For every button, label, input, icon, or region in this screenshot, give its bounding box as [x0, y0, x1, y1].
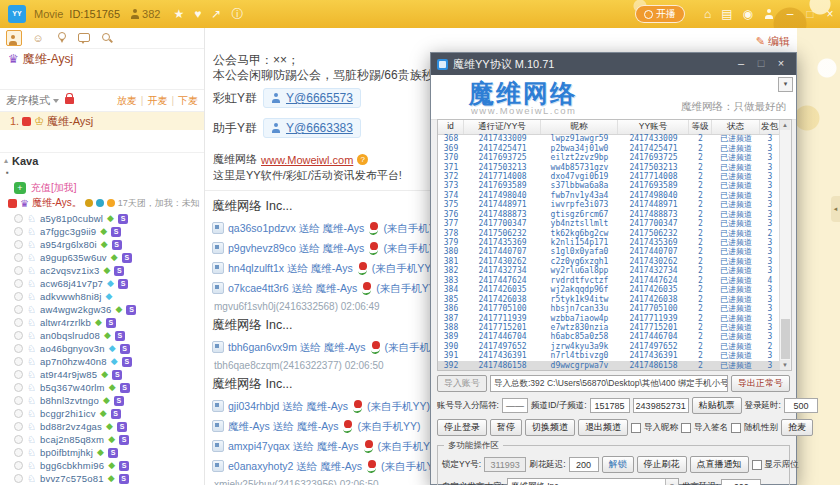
radio-icon[interactable]: [14, 396, 23, 405]
minimize-icon[interactable]: –: [732, 56, 750, 72]
radio-icon[interactable]: [14, 370, 23, 379]
radio-icon[interactable]: [14, 214, 23, 223]
collapse-triangle-icon[interactable]: ▴: [4, 156, 8, 165]
mic-action-2[interactable]: 下麦: [178, 94, 198, 108]
tree-toggle[interactable]: ▪: [0, 168, 204, 180]
list-item[interactable]: ♘at9r44r9jw85◆S: [0, 368, 204, 381]
list-item[interactable]: ♘bvvz7c575o81◆S: [0, 472, 204, 485]
grab-mic-button[interactable]: 抢麦: [781, 419, 813, 436]
stop-login-button[interactable]: 停止登录: [437, 419, 487, 436]
radio-icon[interactable]: [14, 422, 23, 431]
live-notify-button[interactable]: 点直播通知: [690, 456, 749, 473]
tree-header[interactable]: ▴ Kava: [0, 152, 204, 168]
list-item[interactable]: ♘bgg6cbkhmi96◆S: [0, 459, 204, 472]
owner-row[interactable]: ♛ 魔维-Ays。 17天团，加我：未知: [0, 195, 204, 211]
radio-icon[interactable]: [14, 448, 23, 457]
import-signature-checkbox[interactable]: 导入签名: [681, 422, 728, 434]
list-item[interactable]: ♘acw68j41v7p7◆S: [0, 277, 204, 290]
share-icon[interactable]: ↗: [211, 7, 221, 21]
close-icon[interactable]: ×: [772, 56, 790, 72]
radio-icon[interactable]: [14, 292, 23, 301]
list-item[interactable]: ♘bcaj2n85q8xm◆S: [0, 433, 204, 446]
mic-action-0[interactable]: 放麦: [117, 94, 137, 108]
maximize-icon[interactable]: □: [752, 56, 770, 72]
mic-queue-row[interactable]: 1. ♔ 魔维-Aysj: [0, 112, 204, 130]
radio-icon[interactable]: [14, 331, 23, 340]
list-item[interactable]: ♘bd88r2vz4gas◆S: [0, 420, 204, 433]
column-header[interactable]: 状态: [712, 120, 760, 134]
list-item[interactable]: ♘altwr4rzrlkb◆S: [0, 316, 204, 329]
chevron-down-icon[interactable]: [53, 99, 59, 103]
subchannel-input[interactable]: [633, 398, 689, 413]
list-item[interactable]: ♘b8hnl3zvtngo◆S: [0, 394, 204, 407]
scrollbar-thumb[interactable]: [781, 319, 790, 359]
radio-icon[interactable]: [14, 227, 23, 236]
edit-button[interactable]: ✎ 编辑: [756, 34, 790, 49]
list-item[interactable]: ♘b5q367w40rlm◆S: [0, 381, 204, 394]
column-header[interactable]: 发包: [760, 120, 780, 134]
switch-channel-button[interactable]: 切换频道: [525, 419, 575, 436]
scroll-up-icon[interactable]: ▲: [780, 120, 790, 130]
radio-icon[interactable]: [14, 266, 23, 275]
user-icon[interactable]: [764, 9, 774, 19]
game-icon[interactable]: ◉: [743, 7, 753, 21]
column-header[interactable]: 等级: [689, 120, 712, 134]
radio-icon[interactable]: [14, 240, 23, 249]
column-header[interactable]: 昵称: [541, 120, 618, 134]
search-icon[interactable]: [100, 31, 114, 45]
table-scrollbar[interactable]: ▲ ▼: [779, 120, 791, 370]
favorite-star-icon[interactable]: ★: [173, 7, 184, 21]
radio-icon[interactable]: [14, 435, 23, 444]
separator-input[interactable]: [502, 398, 528, 413]
list-item[interactable]: ♘bp0ifbtmjhkj◆S: [0, 446, 204, 459]
home-icon[interactable]: ⌂: [704, 7, 711, 21]
exit-channel-button[interactable]: 退出频道: [578, 419, 628, 436]
app-logo-icon[interactable]: YY: [8, 5, 26, 23]
group-link-box[interactable]: Y@6665573: [263, 88, 361, 108]
list-item[interactable]: ♘ao46bgnyov3n◆S: [0, 342, 204, 355]
list-item[interactable]: ♘aw4wgw2kgw36◆S: [0, 303, 204, 316]
group-link[interactable]: Y@6665573: [286, 91, 353, 105]
live-button[interactable]: 开播: [635, 5, 685, 23]
collapse-handle[interactable]: ◂: [831, 196, 840, 222]
mic-action-1[interactable]: 开麦: [147, 94, 167, 108]
chat-bubble-icon[interactable]: [77, 31, 91, 45]
smiley-icon[interactable]: ☺: [31, 31, 45, 45]
column-header[interactable]: id: [438, 120, 464, 134]
radio-icon[interactable]: [14, 461, 23, 470]
radio-icon[interactable]: [14, 409, 23, 418]
random-gender-checkbox[interactable]: 随机性别: [731, 422, 778, 434]
export-valid-button[interactable]: 导出正常号: [731, 375, 790, 392]
list-item[interactable]: ♘a9gup635w6uv◆S: [0, 251, 204, 264]
list-item[interactable]: ♘a5y81p0cubwl◆S: [0, 212, 204, 225]
radio-icon[interactable]: [14, 253, 23, 262]
group-link[interactable]: Y@6663383: [286, 121, 353, 135]
radio-icon[interactable]: [14, 344, 23, 353]
speech-combo[interactable]: 魔维网络 Inc... ▼: [507, 478, 679, 485]
pause-button[interactable]: 暂停: [490, 419, 522, 436]
main-maximize-button[interactable]: □: [800, 7, 820, 21]
list-item[interactable]: ♘bcggr2hi1icv◆S: [0, 407, 204, 420]
flower-delay-input[interactable]: [569, 457, 599, 472]
radio-icon[interactable]: [14, 318, 23, 327]
like-icon[interactable]: ♥: [194, 7, 201, 21]
members-tab-icon[interactable]: [6, 30, 22, 46]
list-item[interactable]: ♘a7fggc3g9ii9◆S: [0, 225, 204, 238]
list-item[interactable]: ♘ac2vqsvz1ix3◆S: [0, 264, 204, 277]
speech-delay-input[interactable]: [721, 479, 761, 485]
import-nickname-checkbox[interactable]: 导入昵称: [631, 422, 678, 434]
column-header[interactable]: 通行证/YY号: [464, 120, 541, 134]
channel-list-icon[interactable]: ▤: [721, 7, 732, 21]
show-seat-checkbox[interactable]: 显示席位: [752, 459, 799, 471]
radio-icon[interactable]: [14, 474, 23, 483]
location-pin-icon[interactable]: [54, 31, 68, 45]
recharge-row[interactable]: + 充值[加我]: [0, 180, 204, 195]
channel-root-row[interactable]: ♛ 魔维-Aysj: [0, 49, 204, 69]
list-item[interactable]: ♘a954rg6lx80i◆S: [0, 238, 204, 251]
info-icon[interactable]: ⓘ: [231, 6, 243, 23]
tool-window-titlebar[interactable]: 魔维YY协议 M.10.71 – □ ×: [431, 53, 796, 75]
chevron-down-icon[interactable]: ▼: [665, 479, 678, 485]
stop-flower-button[interactable]: 停止刷花: [637, 456, 687, 473]
radio-icon[interactable]: [14, 383, 23, 392]
table-row[interactable]: 3922417486158d9wwcgrpwa7v24174861582已进频道…: [438, 361, 780, 370]
